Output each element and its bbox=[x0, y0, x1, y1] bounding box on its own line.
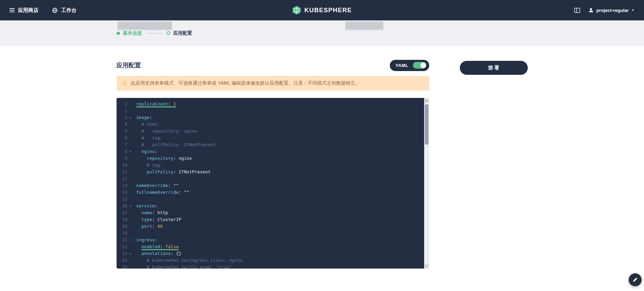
fold-arrow-icon[interactable]: ▾ bbox=[129, 250, 131, 257]
line-number: 4 bbox=[117, 121, 132, 128]
topbar: 应用商店 工作台 KUBESPHERE bbox=[0, 0, 644, 20]
step-connector bbox=[147, 33, 162, 34]
code-line: nginx: bbox=[136, 148, 429, 155]
step-current-ring-icon bbox=[167, 31, 170, 35]
line-number: 18 bbox=[117, 216, 132, 223]
line-number: 22 bbox=[117, 243, 132, 250]
layout-columns-icon[interactable] bbox=[574, 8, 580, 13]
code-line: port: 80 bbox=[136, 223, 429, 230]
warning-text: 此应用支持表单模式，可选择通过表单或 YAML 编辑器来修改默认应用配置。注意：… bbox=[131, 80, 360, 86]
line-number: 24 bbox=[117, 257, 132, 264]
code-line: image: bbox=[136, 114, 429, 121]
code-line: # tag: bbox=[136, 162, 429, 169]
step-basic-info[interactable]: 基本信息 bbox=[117, 30, 142, 36]
line-number: 2 bbox=[117, 107, 132, 114]
pencil-icon bbox=[632, 277, 638, 283]
code-line: enabled: false bbox=[136, 243, 429, 250]
topbar-right: project-regular ▼ bbox=[574, 7, 634, 13]
line-number: 13 bbox=[117, 182, 132, 189]
line-number: 10 bbox=[117, 162, 132, 169]
line-number: 21▾ bbox=[117, 237, 132, 243]
steps-bar: 基本信息 应用配置 bbox=[0, 20, 644, 46]
toggle-switch[interactable] bbox=[413, 62, 427, 69]
nav-app-store-label: 应用商店 bbox=[18, 7, 38, 14]
line-number: 1 bbox=[117, 101, 132, 107]
yaml-toggle-label: YAML bbox=[396, 63, 408, 68]
step-app-config-label: 应用配置 bbox=[173, 30, 192, 36]
code-line: type: ClusterIP bbox=[136, 216, 429, 223]
line-number: 20 bbox=[117, 230, 132, 237]
step-app-config[interactable]: 应用配置 bbox=[167, 30, 192, 36]
fold-arrow-icon[interactable]: ▾ bbox=[129, 114, 131, 121]
section-title: 应用配置 bbox=[117, 61, 141, 69]
line-number: 7 bbox=[117, 141, 132, 148]
fold-arrow-icon[interactable]: ▾ bbox=[129, 148, 131, 155]
step-basic-info-label: 基本信息 bbox=[123, 30, 142, 36]
yaml-editor[interactable]: 123▾45678▾910111213141516▾1718192021▾222… bbox=[117, 98, 429, 269]
code-line: name: http bbox=[136, 209, 429, 216]
chevron-down-icon: ▼ bbox=[631, 8, 634, 12]
scroll-down-arrow-icon[interactable]: ▼ bbox=[424, 263, 429, 269]
warning-icon: ⚠ bbox=[122, 81, 127, 86]
topbar-nav: 应用商店 工作台 bbox=[10, 7, 76, 14]
code-line bbox=[136, 175, 429, 182]
code-line: # html: bbox=[136, 121, 429, 128]
line-number: 17 bbox=[117, 209, 132, 216]
user-name: project-regular bbox=[596, 8, 629, 13]
kubesphere-logo-text: KUBESPHERE bbox=[304, 7, 352, 14]
line-number: 23▾ bbox=[117, 250, 132, 257]
line-number: 16▾ bbox=[117, 203, 132, 209]
background-artifact bbox=[345, 21, 383, 30]
yaml-mode-toggle[interactable]: YAML bbox=[390, 60, 429, 71]
code-line: nameOverride: "" bbox=[136, 182, 429, 189]
gutter: 123▾45678▾910111213141516▾1718192021▾222… bbox=[117, 101, 132, 269]
nav-workbench-label: 工作台 bbox=[61, 7, 76, 14]
code-line: # kubernetes.io/ingress.class: nginx bbox=[136, 257, 429, 264]
code-line: annotations: {} bbox=[136, 250, 429, 257]
nav-workbench[interactable]: 工作台 bbox=[52, 7, 76, 14]
config-form-column: 应用配置 YAML ⚠ 此应用支持表单模式，可选择通过表单或 YAML 编辑器来… bbox=[117, 59, 429, 269]
line-number: 25 bbox=[117, 264, 132, 269]
line-number: 11 bbox=[117, 169, 132, 175]
line-number: 3▾ bbox=[117, 114, 132, 121]
fold-arrow-icon[interactable]: ▾ bbox=[129, 203, 131, 209]
code-line bbox=[136, 196, 429, 203]
code-line: pullPolicy: IfNotPresent bbox=[136, 169, 429, 175]
line-number: 12 bbox=[117, 175, 132, 182]
editor-scrollbar[interactable]: ▲ ▼ bbox=[424, 98, 429, 269]
code-line bbox=[136, 107, 429, 114]
help-button[interactable] bbox=[629, 273, 642, 286]
config-header-row: 应用配置 YAML bbox=[117, 59, 429, 71]
kubesphere-logo[interactable]: KUBESPHERE bbox=[292, 5, 352, 15]
globe-icon bbox=[52, 7, 58, 13]
code-line: ingress: bbox=[136, 237, 429, 243]
background-artifact bbox=[118, 21, 172, 30]
code-line: # kubernetes.io/tls-acme: "true" bbox=[136, 264, 429, 269]
kubesphere-logo-icon bbox=[292, 5, 301, 15]
deploy-button[interactable]: 部署 bbox=[460, 61, 528, 75]
line-number: 8▾ bbox=[117, 148, 132, 155]
scroll-up-arrow-icon[interactable]: ▲ bbox=[424, 98, 429, 103]
line-number: 9 bbox=[117, 155, 132, 162]
line-number: 6 bbox=[117, 135, 132, 141]
user-icon bbox=[588, 7, 594, 13]
code-line: # repository: nginx bbox=[136, 128, 429, 135]
code-line: service: bbox=[136, 203, 429, 209]
scrollbar-thumb[interactable] bbox=[425, 104, 429, 144]
warning-banner: ⚠ 此应用支持表单模式，可选择通过表单或 YAML 编辑器来修改默认应用配置。注… bbox=[117, 76, 429, 91]
code-lines[interactable]: replicaCount: 1image: # html: # reposito… bbox=[132, 101, 429, 269]
line-number: 15 bbox=[117, 196, 132, 203]
user-menu[interactable]: project-regular ▼ bbox=[588, 7, 634, 13]
step-done-dot-icon bbox=[117, 32, 120, 35]
code-line: fullnameOverride: "" bbox=[136, 189, 429, 196]
code-line: # pullPolicy: IfNotPresent bbox=[136, 141, 429, 148]
fold-arrow-icon[interactable]: ▾ bbox=[129, 237, 131, 243]
menu-icon bbox=[10, 8, 15, 12]
toggle-knob bbox=[420, 63, 426, 68]
code-line: repository: nginx bbox=[136, 155, 429, 162]
nav-app-store[interactable]: 应用商店 bbox=[10, 7, 38, 14]
app-config-panel: 部署 应用配置 YAML ⚠ 此应用支持表单模式，可选择通过表单或 YAML 编… bbox=[117, 46, 528, 269]
steps-inner: 基本信息 应用配置 bbox=[117, 20, 528, 46]
line-number: 5 bbox=[117, 128, 132, 135]
code-line: replicaCount: 1 bbox=[136, 101, 429, 107]
